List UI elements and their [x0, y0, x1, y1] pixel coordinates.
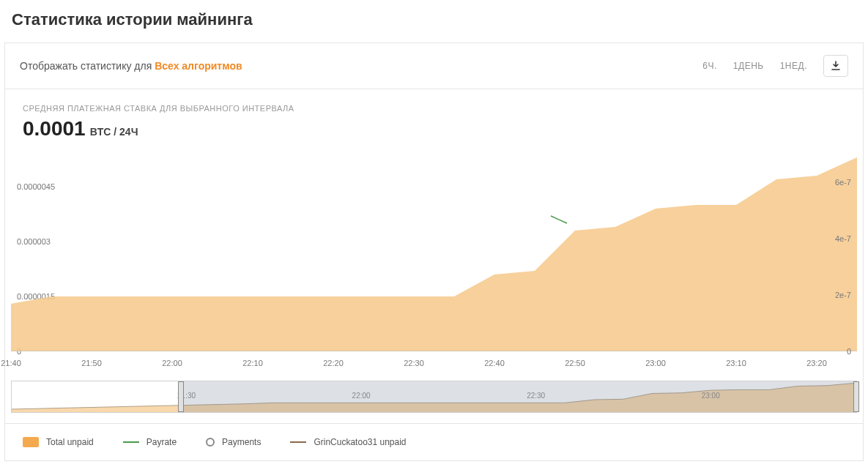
- y-right-tick: 6e-7: [835, 178, 851, 187]
- swatch-line-icon: [290, 441, 306, 443]
- mini-selection[interactable]: [181, 381, 856, 412]
- avg-value-row: 0.0001BTC / 24Ч: [23, 117, 845, 141]
- x-tick: 21:50: [81, 359, 102, 367]
- mini-handle-left[interactable]: [178, 381, 184, 412]
- range-1week[interactable]: 1НЕД.: [780, 61, 807, 71]
- algorithm-filter[interactable]: Отображать статистику для Всех алгоритмо…: [20, 60, 242, 72]
- range-controls: 6Ч. 1ДЕНЬ 1НЕД.: [702, 55, 848, 77]
- mini-handle-right[interactable]: [853, 381, 859, 412]
- download-button[interactable]: [823, 55, 848, 77]
- plot-area[interactable]: [11, 154, 857, 351]
- range-1day[interactable]: 1ДЕНЬ: [733, 61, 764, 71]
- page-title: Статистика истории майнинга: [0, 0, 868, 42]
- x-tick: 23:20: [806, 359, 827, 367]
- legend: Total unpaid Payrate Payments GrinCuckat…: [5, 423, 863, 460]
- main-chart[interactable]: 00.00000150.0000030.0000045 02e-74e-76e-…: [11, 154, 857, 373]
- range-6h[interactable]: 6Ч.: [702, 61, 717, 71]
- filter-algorithms-link[interactable]: Всех алгоритмов: [155, 60, 242, 72]
- legend-label: Total unpaid: [46, 437, 94, 447]
- filter-prefix: Отображать статистику для: [20, 60, 155, 72]
- y-right-tick: 4e-7: [835, 234, 851, 243]
- x-tick: 21:40: [1, 359, 21, 367]
- avg-payrate-block: СРЕДНЯЯ ПЛАТЕЖНАЯ СТАВКА ДЛЯ ВЫБРАННОГО …: [5, 89, 863, 141]
- swatch-circle-icon: [206, 438, 215, 447]
- legend-label: Payments: [222, 437, 261, 447]
- avg-unit: BTC / 24Ч: [90, 126, 138, 138]
- x-tick: 22:30: [404, 359, 424, 367]
- controls-bar: Отображать статистику для Всех алгоритмо…: [5, 43, 863, 89]
- legend-grin-unpaid[interactable]: GrinCuckatoo31 unpaid: [290, 437, 406, 447]
- legend-payrate[interactable]: Payrate: [123, 437, 177, 447]
- x-axis: 21:4021:5022:0022:1022:2022:3022:4022:50…: [11, 356, 857, 373]
- legend-payments[interactable]: Payments: [206, 437, 261, 447]
- mini-chart[interactable]: 21:3022:0022:3023:00: [11, 381, 857, 413]
- legend-total-unpaid[interactable]: Total unpaid: [23, 437, 94, 447]
- legend-label: GrinCuckatoo31 unpaid: [314, 437, 406, 447]
- x-tick: 23:10: [726, 359, 746, 367]
- legend-label: Payrate: [146, 437, 177, 447]
- x-tick: 22:20: [323, 359, 344, 367]
- x-tick: 22:00: [162, 359, 182, 367]
- swatch-area-icon: [23, 437, 39, 447]
- avg-label: СРЕДНЯЯ ПЛАТЕЖНАЯ СТАВКА ДЛЯ ВЫБРАННОГО …: [23, 104, 845, 113]
- y-right-tick: 0: [847, 347, 851, 356]
- x-tick: 22:40: [484, 359, 505, 367]
- x-tick: 22:50: [565, 359, 585, 367]
- x-tick: 23:00: [645, 359, 666, 367]
- download-icon: [831, 61, 841, 71]
- avg-value: 0.0001: [23, 117, 86, 140]
- x-tick: 22:10: [242, 359, 263, 367]
- y-axis-right: 02e-74e-76e-7: [820, 154, 857, 351]
- swatch-line-icon: [123, 441, 139, 443]
- stats-panel: Отображать статистику для Всех алгоритмо…: [4, 42, 864, 461]
- y-right-tick: 2e-7: [835, 291, 851, 299]
